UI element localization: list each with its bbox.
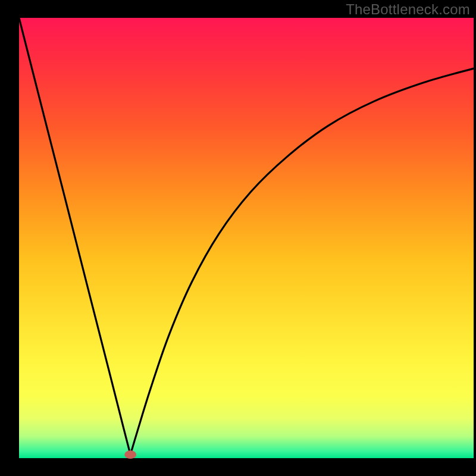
bottleneck-chart <box>0 0 476 476</box>
minimum-marker <box>124 450 136 459</box>
watermark-text: TheBottleneck.com <box>346 1 470 18</box>
plot-background <box>19 18 474 458</box>
chart-frame: TheBottleneck.com <box>0 0 476 476</box>
